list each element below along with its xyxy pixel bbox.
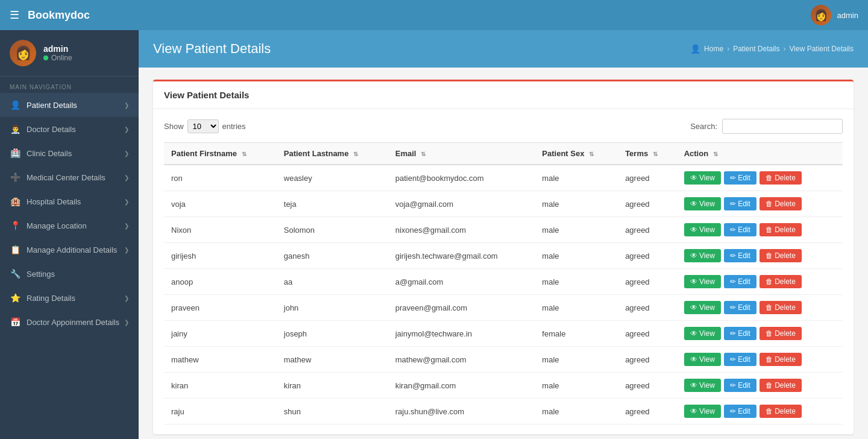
table-row: ron weasley patient@bookmydoc.com male a… <box>164 165 843 191</box>
cell-terms: agreed <box>618 373 677 399</box>
sidebar-label-manage-additional-details: Manage Additional Details <box>27 245 117 254</box>
sort-icon-action: ⇅ <box>713 151 718 157</box>
hamburger-icon[interactable]: ☰ <box>10 8 19 22</box>
sidebar-item-manage-additional-details[interactable]: 📋 Manage Additional Details ❯ <box>0 238 139 262</box>
sidebar-item-settings[interactable]: 🔧 Settings <box>0 262 139 286</box>
cell-sex: male <box>535 191 618 217</box>
sidebar-label-clinic-details: Clinic Details <box>27 149 72 158</box>
delete-button[interactable]: 🗑 Delete <box>760 405 802 418</box>
content-area: View Patient Details Show 10 25 50 100 <box>139 68 868 439</box>
admin-label: admin <box>837 11 858 20</box>
breadcrumb-patient-details[interactable]: Patient Details <box>733 45 779 53</box>
col-terms[interactable]: Terms ⇅ <box>618 143 677 165</box>
delete-button[interactable]: 🗑 Delete <box>760 379 802 392</box>
view-button[interactable]: 👁 View <box>684 197 721 210</box>
view-button[interactable]: 👁 View <box>684 379 721 392</box>
chevron-icon: ❯ <box>124 247 129 253</box>
sidebar-item-rating-details[interactable]: ⭐ Rating Details ❯ <box>0 286 139 310</box>
breadcrumb-sep-1: › <box>727 45 729 53</box>
delete-button[interactable]: 🗑 Delete <box>760 223 802 236</box>
table-head: Patient Firstname ⇅ Patient Lastname ⇅ E… <box>164 143 843 165</box>
page-title: View Patient Details <box>153 41 271 57</box>
delete-button[interactable]: 🗑 Delete <box>760 171 802 185</box>
view-button[interactable]: 👁 View <box>684 223 721 236</box>
edit-button[interactable]: ✏ Edit <box>724 405 756 418</box>
chevron-icon: ❯ <box>124 150 129 157</box>
delete-button[interactable]: 🗑 Delete <box>760 249 802 262</box>
sidebar-item-manage-location[interactable]: 📍 Manage Location ❯ <box>0 213 139 238</box>
col-action[interactable]: Action ⇅ <box>677 143 843 165</box>
delete-button[interactable]: 🗑 Delete <box>760 353 802 366</box>
cell-firstname: praveen <box>164 295 277 321</box>
edit-button[interactable]: ✏ Edit <box>724 171 756 185</box>
table-controls: Show 10 25 50 100 entries Search: <box>164 119 843 134</box>
sidebar-label-hospital-details: Hospital Details <box>27 197 81 206</box>
medical-center-icon: ➕ <box>10 172 20 182</box>
card-body: Show 10 25 50 100 entries Search: <box>153 109 854 434</box>
table-row: raju shun raju.shun@live.com male agreed… <box>164 399 843 425</box>
delete-button[interactable]: 🗑 Delete <box>760 275 802 288</box>
edit-button[interactable]: ✏ Edit <box>724 197 756 210</box>
delete-button[interactable]: 🗑 Delete <box>760 327 802 340</box>
edit-button[interactable]: ✏ Edit <box>724 379 756 392</box>
cell-email: patient@bookmydoc.com <box>388 165 535 191</box>
sidebar-item-patient-details[interactable]: 👤 Patient Details ❯ <box>0 93 139 117</box>
cell-terms: agreed <box>618 243 677 269</box>
brand-logo: Bookmydoc <box>28 9 90 22</box>
settings-icon: 🔧 <box>10 269 20 279</box>
col-lastname[interactable]: Patient Lastname ⇅ <box>277 143 388 165</box>
sort-icon-terms: ⇅ <box>653 151 658 157</box>
chevron-icon: ❯ <box>124 223 129 229</box>
cell-terms: agreed <box>618 399 677 425</box>
cell-lastname: Solomon <box>277 217 388 243</box>
cell-sex: male <box>535 295 618 321</box>
appointment-icon: 📅 <box>10 317 20 327</box>
col-email[interactable]: Email ⇅ <box>388 143 535 165</box>
view-button[interactable]: 👁 View <box>684 353 721 366</box>
chevron-icon: ❯ <box>124 174 129 181</box>
search-label: Search: <box>690 122 717 131</box>
sort-icon-lastname: ⇅ <box>353 151 358 157</box>
cell-action: 👁 View ✏ Edit 🗑 Delete <box>677 269 843 295</box>
col-firstname[interactable]: Patient Firstname ⇅ <box>164 143 277 165</box>
sort-icon-firstname: ⇅ <box>242 151 247 157</box>
delete-button[interactable]: 🗑 Delete <box>760 301 802 314</box>
sidebar-item-hospital-details[interactable]: 🏨 Hospital Details ❯ <box>0 189 139 213</box>
edit-button[interactable]: ✏ Edit <box>724 223 756 236</box>
view-button[interactable]: 👁 View <box>684 301 721 314</box>
cell-action: 👁 View ✏ Edit 🗑 Delete <box>677 373 843 399</box>
delete-button[interactable]: 🗑 Delete <box>760 197 802 210</box>
cell-firstname: ron <box>164 165 277 191</box>
cell-action: 👁 View ✏ Edit 🗑 Delete <box>677 295 843 321</box>
sidebar-item-medical-center-details[interactable]: ➕ Medical Center Details ❯ <box>0 165 139 189</box>
location-icon: 📍 <box>10 221 20 230</box>
sidebar-item-doctor-appointment-details[interactable]: 📅 Doctor Appoinment Details ❯ <box>0 310 139 334</box>
view-button[interactable]: 👁 View <box>684 275 721 288</box>
search-input[interactable] <box>722 119 843 134</box>
view-button[interactable]: 👁 View <box>684 249 721 262</box>
cell-email: kiran@gmail.com <box>388 373 535 399</box>
chevron-icon: ❯ <box>124 126 129 133</box>
view-button[interactable]: 👁 View <box>684 327 721 340</box>
edit-button[interactable]: ✏ Edit <box>724 249 756 262</box>
view-button[interactable]: 👁 View <box>684 405 721 418</box>
cell-email: nixones@gmail.com <box>388 217 535 243</box>
entries-select[interactable]: 10 25 50 100 <box>187 119 219 133</box>
patient-icon: 👤 <box>10 100 20 110</box>
edit-button[interactable]: ✏ Edit <box>724 275 756 288</box>
cell-email: a@gmail.com <box>388 269 535 295</box>
view-button[interactable]: 👁 View <box>684 171 721 185</box>
table-row: kiran kiran kiran@gmail.com male agreed … <box>164 373 843 399</box>
edit-button[interactable]: ✏ Edit <box>724 301 756 314</box>
cell-terms: agreed <box>618 295 677 321</box>
edit-button[interactable]: ✏ Edit <box>724 327 756 340</box>
col-sex[interactable]: Patient Sex ⇅ <box>535 143 618 165</box>
breadcrumb-sep-2: › <box>784 45 786 53</box>
avatar: 👩 <box>811 5 831 25</box>
cell-lastname: john <box>277 295 388 321</box>
edit-button[interactable]: ✏ Edit <box>724 353 756 366</box>
sidebar-item-doctor-details[interactable]: 👨‍⚕️ Doctor Details ❯ <box>0 117 139 141</box>
sidebar-item-clinic-details[interactable]: 🏥 Clinic Details ❯ <box>0 141 139 165</box>
cell-action: 👁 View ✏ Edit 🗑 Delete <box>677 191 843 217</box>
breadcrumb-home[interactable]: Home <box>704 45 723 53</box>
